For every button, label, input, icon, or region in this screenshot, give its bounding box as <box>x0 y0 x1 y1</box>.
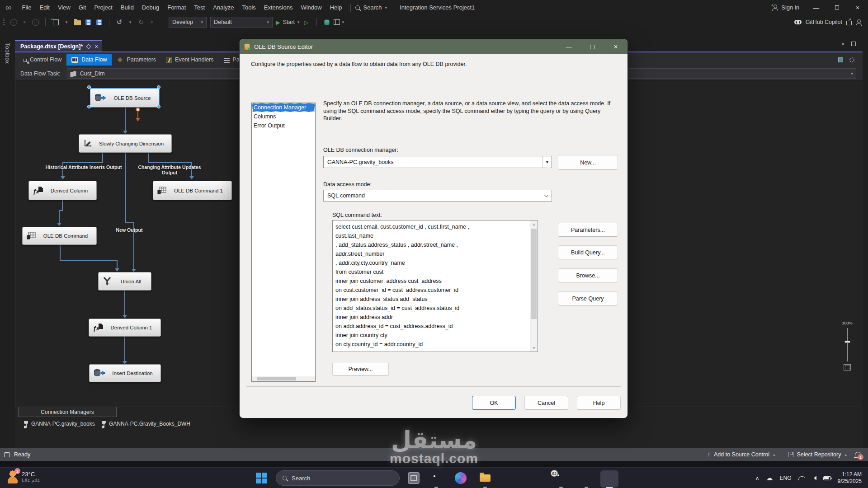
save-button[interactable] <box>83 16 94 28</box>
edge-icon[interactable] <box>455 472 467 484</box>
window-layout-button[interactable]: ▾ <box>332 16 346 28</box>
connector[interactable] <box>125 108 126 131</box>
node-insert-destination[interactable]: Insert Destination <box>89 364 161 382</box>
menu-help[interactable]: Help <box>326 0 346 15</box>
sql-command-text[interactable]: select cust.email, cust.customer_id , cu… <box>335 222 528 350</box>
tab-control-flow[interactable]: Control Flow <box>19 54 66 66</box>
new-connection-button[interactable]: New... <box>558 155 618 170</box>
new-dropdown-icon[interactable]: ▾ <box>61 16 72 28</box>
node-ole-db-command-1[interactable]: OLE DB Command 1 <box>153 181 232 200</box>
node-slowly-changing-dimension[interactable]: Slowly Changing Dimension <box>79 134 172 153</box>
tab-event-handlers[interactable]: Event Handlers <box>161 54 218 66</box>
menu-file[interactable]: File <box>18 0 36 15</box>
onedrive-cloud-icon[interactable]: ☁ <box>766 474 773 482</box>
language-indicator[interactable]: ENG <box>780 475 792 481</box>
dialog-minimize-button[interactable]: — <box>557 39 580 54</box>
parameters-button[interactable]: Parameters... <box>558 223 618 237</box>
solution-configuration-dropdown[interactable]: Develop ▾ <box>169 17 207 28</box>
node-derived-column[interactable]: ƒx Derived Column <box>28 181 97 200</box>
scrollbar-thumb[interactable] <box>531 229 537 319</box>
tab-close-icon[interactable]: × <box>94 43 98 50</box>
redo-button[interactable]: ↻ <box>136 16 146 28</box>
cancel-button[interactable]: Cancel <box>524 396 568 410</box>
connector[interactable] <box>148 162 192 163</box>
zoom-to-fit-icon[interactable] <box>844 364 851 371</box>
save-all-button[interactable] <box>94 16 104 28</box>
connector[interactable] <box>125 222 134 223</box>
undo-dropdown-icon[interactable]: ▾ <box>125 16 136 28</box>
node-ole-db-source[interactable]: OLE DB Source <box>90 88 160 108</box>
gear-icon[interactable] <box>849 57 854 62</box>
tab-parameters[interactable]: Parameters <box>112 54 161 66</box>
error-output-origin-icon[interactable] <box>136 107 140 112</box>
scroll-up-icon[interactable]: ▲ <box>530 221 538 228</box>
connector[interactable] <box>125 153 126 223</box>
menu-tools[interactable]: Tools <box>238 0 259 15</box>
selection-handle[interactable] <box>87 105 91 108</box>
menu-build[interactable]: Build <box>117 0 138 15</box>
build-query-button[interactable]: Build Query... <box>558 245 618 259</box>
menu-view[interactable]: View <box>54 0 75 15</box>
tab-data-flow[interactable]: Data Flow <box>66 54 112 66</box>
zoom-slider[interactable] <box>847 328 848 361</box>
weather-widget[interactable]: 2 23°C غائم غالبا <box>7 470 40 483</box>
pin-icon[interactable] <box>86 44 91 49</box>
data-tools-button[interactable] <box>321 16 332 28</box>
selection-handle[interactable] <box>87 85 91 89</box>
battery-icon[interactable] <box>823 476 831 480</box>
wifi-icon[interactable] <box>798 476 805 480</box>
menu-git[interactable]: Git <box>75 0 90 15</box>
page-columns[interactable]: Columns <box>252 112 315 121</box>
live-share-icon[interactable] <box>856 19 862 25</box>
preview-button[interactable]: Preview... <box>332 362 389 376</box>
data-access-mode-dropdown[interactable]: SQL command <box>323 190 552 202</box>
ok-button[interactable]: OK <box>472 396 516 410</box>
taskbar-search[interactable]: Search <box>276 470 400 486</box>
browse-button[interactable]: Browse... <box>558 268 618 282</box>
undo-button[interactable]: ↺ <box>114 16 125 28</box>
toolbar-grip[interactable] <box>3 19 5 26</box>
menu-analyze[interactable]: Analyze <box>209 0 238 15</box>
node-union-all[interactable]: Union All <box>98 272 151 291</box>
menu-test[interactable]: Test <box>190 0 209 15</box>
redo-dropdown-icon[interactable]: ▾ <box>146 16 157 28</box>
parse-query-button[interactable]: Parse Query <box>558 291 618 305</box>
file-explorer-icon[interactable] <box>479 472 491 484</box>
connector[interactable] <box>102 153 103 163</box>
solution-platform-dropdown[interactable]: Default ▾ <box>210 17 273 28</box>
clock[interactable]: 1:12 AM 9/25/2025 <box>838 471 862 485</box>
page-connection-manager[interactable]: Connection Manager <box>252 103 315 112</box>
volume-icon[interactable] <box>811 476 816 480</box>
start-button[interactable] <box>256 473 267 483</box>
sql-command-textarea[interactable]: select cust.email, cust.customer_id , cu… <box>332 220 538 352</box>
github-copilot-button[interactable]: GitHub Copilot <box>806 19 842 25</box>
scrollbar-thumb[interactable] <box>257 377 296 380</box>
menu-project[interactable]: Project <box>90 0 116 15</box>
float-window-icon[interactable] <box>851 42 856 46</box>
open-file-button[interactable] <box>72 16 83 28</box>
select-repository-button[interactable]: Select Repository ▴ <box>783 448 852 461</box>
connector[interactable] <box>59 210 60 224</box>
connector[interactable] <box>60 260 118 261</box>
tab-list-icon[interactable]: ▾ <box>842 42 844 47</box>
menu-edit[interactable]: Edit <box>36 0 54 15</box>
toolbox-tab[interactable]: Toolbox <box>4 43 10 64</box>
connector[interactable] <box>148 153 149 163</box>
document-tab[interactable]: Package.dtsx [Design]* × <box>15 40 102 52</box>
error-output-connector[interactable] <box>137 112 138 118</box>
start-debug-button[interactable]: ▶ Start ▾ <box>274 16 301 28</box>
notifications-bell-icon[interactable]: 1 <box>855 452 861 457</box>
menu-format[interactable]: Format <box>163 0 190 15</box>
minimize-button[interactable]: — <box>806 0 826 15</box>
vertical-scrollbar[interactable]: ▲ ▼ <box>530 221 538 352</box>
navigate-back-button[interactable]: ← <box>8 16 19 28</box>
task-view-button[interactable] <box>408 472 420 484</box>
connection-managers-header[interactable]: Connection Managers <box>18 407 117 417</box>
connector[interactable] <box>124 337 125 362</box>
node-derived-column-1[interactable]: ƒx Derived Column 1 <box>89 319 161 337</box>
selection-handle[interactable] <box>157 85 160 89</box>
connection-manager-dropdown[interactable]: GANNA-PC.gravity_books ▼ <box>323 156 552 168</box>
connector[interactable] <box>62 200 63 211</box>
dialog-maximize-button[interactable] <box>580 39 604 54</box>
dialog-title-bar[interactable]: OLE DB Source Editor — × <box>240 39 627 54</box>
